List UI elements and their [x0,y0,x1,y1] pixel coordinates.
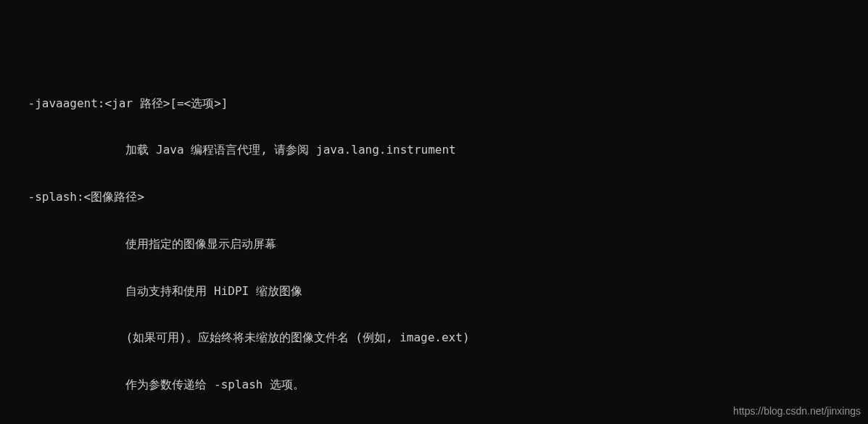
output-line: 加载 Java 编程语言代理, 请参阅 java.lang.instrument [0,142,868,158]
output-line: 作为参数传递给 -splash 选项。 [0,377,868,393]
output-line: 自动支持和使用 HiDPI 缩放图像 [0,283,868,299]
output-line: -splash:<图像路径> [0,189,868,205]
terminal-output[interactable]: -javaagent:<jar 路径>[=<选项>] 加载 Java 编程语言代… [0,62,868,424]
output-line: (如果可用)。应始终将未缩放的图像文件名 (例如, image.ext) [0,330,868,346]
output-line: -javaagent:<jar 路径>[=<选项>] [0,96,868,112]
watermark-text: https://blog.csdn.net/jinxings [733,404,861,418]
output-line: 使用指定的图像显示启动屏幕 [0,236,868,252]
